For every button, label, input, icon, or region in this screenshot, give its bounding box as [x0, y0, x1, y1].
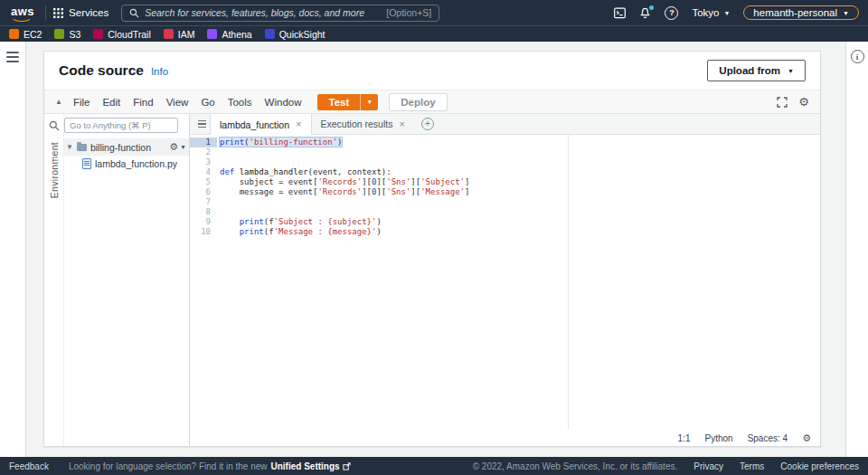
collapse-editor-icon[interactable]: ▲ [55, 98, 62, 106]
code-line[interactable]: 4def lambda_handler(event, context): [190, 167, 820, 177]
chevron-down-icon: ▼ [366, 99, 373, 105]
code-line[interactable]: 8 [190, 207, 820, 217]
environment-tab[interactable]: Environment [49, 142, 60, 198]
editor-settings-gear-icon[interactable]: ⚙ [798, 96, 809, 108]
favorites-bar: EC2S3CloudTrailIAMAthenaQuickSight [0, 25, 868, 42]
code-text [217, 157, 220, 167]
test-dropdown-button[interactable]: ▼ [360, 94, 378, 110]
python-file-icon [82, 158, 91, 169]
unified-settings-link[interactable]: Unified Settings [271, 461, 351, 471]
global-search[interactable]: Search for services, features, blogs, do… [121, 5, 439, 22]
menu-window[interactable]: Window [265, 97, 302, 108]
info-link[interactable]: Info [151, 66, 168, 77]
indentation-setting[interactable]: Spaces: 4 [748, 433, 788, 443]
aws-smile-icon [11, 14, 33, 22]
favorite-athena[interactable]: Athena [207, 29, 251, 40]
folder-name: billing-function [90, 142, 151, 153]
file-name: lambda_function.py [95, 158, 177, 169]
upload-from-button[interactable]: Upload from ▼ [707, 60, 806, 81]
external-link-icon [343, 462, 351, 470]
search-placeholder: Search for services, features, blogs, do… [145, 7, 364, 18]
code-text: message = event['Records'][0]['Sns']['Me… [217, 187, 469, 197]
tab-list-icon[interactable] [193, 114, 210, 134]
code-text: subject = event['Records'][0]['Sns']['Su… [217, 177, 469, 187]
account-menu[interactable]: hemanth-personal ▼ [743, 5, 859, 20]
code-area[interactable]: 1print('billing-function')234def lambda_… [190, 135, 820, 430]
favorite-iam[interactable]: IAM [164, 29, 195, 40]
tree-folder-row[interactable]: ▼ billing-function ⚙ ▼ [64, 138, 189, 156]
favorite-s3[interactable]: S3 [54, 29, 80, 40]
code-line[interactable]: 2 [190, 147, 820, 157]
service-icon [93, 29, 103, 39]
file-tree: ▼ billing-function ⚙ ▼ lambda_function.p… [64, 114, 189, 446]
menubar-right-group: ⚙ [777, 96, 809, 108]
aws-console-screen: aws Services Search for services, featur… [0, 0, 868, 475]
file-explorer-pane: Environment ▼ billing-function ⚙ ▼ [44, 114, 190, 446]
privacy-link[interactable]: Privacy [693, 461, 723, 471]
service-icon [164, 29, 174, 39]
favorite-ec2[interactable]: EC2 [9, 29, 42, 40]
explorer-side-strip: Environment [44, 114, 64, 446]
menu-file[interactable]: File [73, 97, 90, 108]
close-tab-icon[interactable]: × [296, 119, 301, 129]
folder-settings-button[interactable]: ⚙ ▼ [169, 142, 186, 152]
service-icon [207, 29, 217, 39]
feedback-link[interactable]: Feedback [9, 461, 49, 471]
code-line[interactable]: 3 [190, 157, 820, 167]
chevron-down-icon: ▼ [723, 10, 730, 16]
code-line[interactable]: 9 print(f'Subject : {subject}') [190, 217, 820, 227]
cookie-preferences-link[interactable]: Cookie preferences [780, 461, 859, 471]
terms-link[interactable]: Terms [740, 461, 764, 471]
favorite-quicksight[interactable]: QuickSight [265, 29, 326, 40]
close-tab-icon[interactable]: × [399, 119, 404, 129]
line-number: 5 [190, 177, 217, 187]
info-panel-icon[interactable]: i [851, 50, 864, 63]
services-menu[interactable]: Services [53, 7, 108, 18]
code-text [217, 147, 220, 157]
aws-logo[interactable]: aws [9, 5, 43, 22]
nav-divider [45, 5, 46, 20]
menu-view[interactable]: View [166, 97, 189, 108]
new-tab-icon[interactable]: + [421, 118, 434, 130]
code-source-panel: Code source Info Upload from ▼ ▲ FileEdi… [43, 51, 821, 447]
code-line[interactable]: 5 subject = event['Records'][0]['Sns']['… [190, 177, 820, 187]
code-line[interactable]: 1print('billing-function') [190, 138, 820, 147]
help-button[interactable]: ? [665, 6, 678, 20]
panel-header: Code source Info Upload from ▼ [44, 52, 820, 90]
notifications-button[interactable] [639, 7, 651, 19]
status-settings-gear-icon[interactable]: ⚙ [802, 433, 811, 443]
tab-lambda-function[interactable]: lambda_function × [210, 114, 312, 135]
chevron-down-icon: ▼ [180, 144, 186, 150]
favorite-label: Athena [222, 29, 251, 40]
tree-expand-caret-icon[interactable]: ▼ [66, 143, 73, 151]
help-icon: ? [665, 6, 678, 20]
code-text: print(f'Subject : {subject}') [217, 217, 382, 227]
goto-anything-input[interactable] [64, 118, 178, 133]
code-line[interactable]: 7 [190, 197, 820, 207]
menu-tools[interactable]: Tools [228, 97, 252, 108]
test-button[interactable]: Test [317, 94, 360, 110]
line-number: 1 [190, 138, 217, 147]
fullscreen-icon[interactable] [777, 97, 788, 108]
code-line[interactable]: 10 print(f'Message : {message}') [190, 227, 820, 237]
line-number: 7 [190, 197, 217, 207]
tree-file-row[interactable]: lambda_function.py [64, 156, 189, 172]
menu-find[interactable]: Find [133, 97, 153, 108]
search-icon[interactable] [49, 120, 60, 131]
code-line[interactable]: 6 message = event['Records'][0]['Sns']['… [190, 187, 820, 197]
menu-go[interactable]: Go [201, 97, 214, 108]
line-number: 4 [190, 167, 217, 177]
language-mode[interactable]: Python [705, 433, 733, 443]
search-shortcut: [Option+S] [386, 7, 431, 18]
editor-tabs-bar: lambda_function × Execution results × + [190, 114, 820, 135]
code-text: print(f'Message : {message}') [217, 227, 382, 237]
region-selector[interactable]: Tokyo ▼ [692, 7, 730, 18]
hamburger-menu-icon[interactable] [6, 52, 19, 62]
tab-execution-results[interactable]: Execution results × [312, 114, 414, 134]
menu-edit[interactable]: Edit [102, 97, 120, 108]
code-editor: lambda_function × Execution results × + … [190, 114, 820, 446]
cloudshell-button[interactable] [614, 7, 626, 19]
line-number: 3 [190, 157, 217, 167]
deploy-button[interactable]: Deploy [389, 93, 447, 111]
favorite-cloudtrail[interactable]: CloudTrail [93, 29, 150, 40]
